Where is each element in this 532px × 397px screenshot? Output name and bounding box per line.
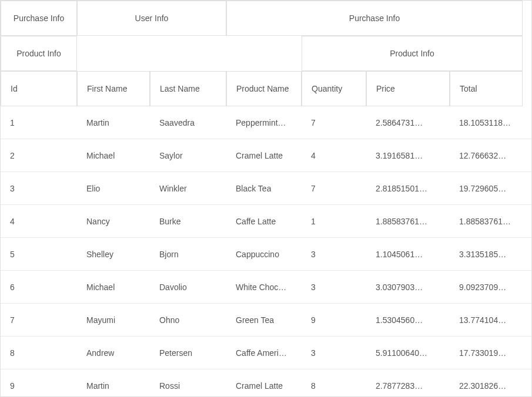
cell-value: Cappuccino (236, 250, 279, 259)
cell-value: Cramel Latte (236, 381, 283, 391)
cell-quantity: 7 (302, 172, 366, 204)
cell-value: 1.88583761… (459, 217, 511, 226)
cell-total: 17.733019… (450, 337, 523, 369)
cell-value: Cramel Latte (236, 151, 283, 160)
grid-viewport[interactable]: Purchase Info User Info Purchase Info Pr… (0, 0, 532, 397)
header-label: Product Info (390, 49, 434, 58)
cell-value: Saylor (159, 151, 183, 160)
cell-first-name: Mayumi (77, 304, 150, 336)
cell-value: Andrew (86, 348, 114, 358)
cell-quantity: 9 (302, 304, 366, 336)
header-group-user-info[interactable]: User Info (77, 1, 226, 36)
cell-price: 5.91100640… (366, 337, 450, 369)
column-header-last-name[interactable]: Last Name (150, 71, 226, 106)
cell-value: 1 (311, 217, 316, 226)
cell-total: 9.0923709… (450, 271, 523, 303)
header-group-row-1: Purchase Info User Info Purchase Info (1, 1, 531, 36)
table-row[interactable]: 5ShelleyBjornCappuccino31.1045061…3.3135… (1, 238, 531, 271)
column-header-price[interactable]: Price (366, 71, 450, 106)
cell-value: 7 (10, 315, 15, 325)
cell-value: 7 (311, 118, 316, 127)
header-spacer (77, 36, 226, 71)
cell-value: 1.5304560… (376, 315, 423, 325)
cell-total: 1.88583761… (450, 205, 523, 237)
cell-value: 2.7877283… (376, 381, 423, 391)
cell-value: 9.0923709… (459, 282, 506, 292)
cell-total: 22.301826… (450, 369, 523, 397)
cell-value: Mayumi (86, 315, 115, 325)
cell-value: 17.733019… (459, 348, 506, 358)
cell-price: 1.1045061… (366, 238, 450, 270)
cell-quantity: 8 (302, 369, 366, 397)
cell-value: Green Tea (236, 315, 274, 325)
cell-value: Ohno (159, 315, 179, 325)
cell-value: 2 (10, 151, 15, 160)
cell-first-name: Elio (77, 172, 150, 204)
cell-id: 9 (1, 369, 77, 397)
cell-value: Petersen (159, 348, 192, 358)
header-label: Total (460, 84, 477, 93)
cell-quantity: 4 (302, 139, 366, 171)
table-row[interactable]: 2MichaelSaylorCramel Latte43.1916581…12.… (1, 139, 531, 172)
cell-price: 1.88583761… (366, 205, 450, 237)
table-row[interactable]: 6MichaelDavolioWhite Choc…33.0307903…9.0… (1, 271, 531, 304)
cell-value: 1.1045061… (376, 250, 423, 259)
column-header-total[interactable]: Total (450, 71, 523, 106)
header-label: Last Name (160, 84, 200, 93)
cell-value: 22.301826… (459, 381, 506, 391)
cell-last-name: Burke (150, 205, 226, 237)
table-row[interactable]: 8AndrewPetersenCaffe Ameri…35.91100640…1… (1, 337, 531, 369)
cell-value: Martin (86, 118, 109, 127)
cell-value: White Choc… (236, 282, 286, 292)
cell-price: 2.5864731… (366, 106, 450, 139)
header-group-product-info-1[interactable]: Product Info (1, 36, 77, 71)
header-group-row-2: Product Info Product Info (1, 36, 531, 71)
header-label: Price (376, 84, 395, 93)
cell-value: 3.0307903… (376, 282, 423, 292)
table-row[interactable]: 4NancyBurkeCaffe Latte11.88583761…1.8858… (1, 205, 531, 238)
cell-value: 3 (311, 348, 316, 358)
cell-value: Black Tea (236, 184, 271, 193)
header-label: First Name (87, 84, 127, 93)
cell-value: Caffe Ameri… (236, 348, 287, 358)
rows-container: 1MartinSaavedraPeppermint…72.5864731…18.… (1, 106, 531, 397)
cell-value: 5 (10, 250, 15, 259)
cell-value: 12.766632… (459, 151, 506, 160)
cell-last-name: Saylor (150, 139, 226, 171)
cell-value: 3 (311, 282, 316, 292)
cell-value: 4 (311, 151, 316, 160)
table-row[interactable]: 1MartinSaavedraPeppermint…72.5864731…18.… (1, 106, 531, 139)
header-spacer (226, 36, 302, 71)
header-label: Purchase Info (349, 14, 400, 23)
cell-value: Saavedra (159, 118, 195, 127)
header-group-product-info-2[interactable]: Product Info (302, 36, 523, 71)
cell-product-name: Cappuccino (226, 238, 302, 270)
cell-first-name: Andrew (77, 337, 150, 369)
column-header-first-name[interactable]: First Name (77, 71, 150, 106)
cell-price: 1.5304560… (366, 304, 450, 336)
header-group-purchase-info-1[interactable]: Purchase Info (1, 1, 77, 36)
data-grid: Purchase Info User Info Purchase Info Pr… (1, 1, 531, 397)
cell-value: Shelley (86, 250, 113, 259)
cell-first-name: Nancy (77, 205, 150, 237)
cell-price: 3.1916581… (366, 139, 450, 171)
cell-last-name: Ohno (150, 304, 226, 336)
column-header-id[interactable]: Id (1, 71, 77, 106)
column-header-quantity[interactable]: Quantity (302, 71, 366, 106)
cell-first-name: Martin (77, 106, 150, 139)
header-columns-row: Id First Name Last Name Product Name Qua… (1, 71, 531, 106)
cell-price: 2.7877283… (366, 369, 450, 397)
header-label: Id (11, 84, 18, 93)
cell-quantity: 3 (302, 271, 366, 303)
cell-product-name: Black Tea (226, 172, 302, 204)
column-header-product-name[interactable]: Product Name (226, 71, 302, 106)
cell-value: 8 (311, 381, 316, 391)
cell-product-name: Green Tea (226, 304, 302, 336)
table-row[interactable]: 9MartinRossiCramel Latte82.7877283…22.30… (1, 369, 531, 397)
table-row[interactable]: 3ElioWinklerBlack Tea72.81851501…19.7296… (1, 172, 531, 205)
table-row[interactable]: 7MayumiOhnoGreen Tea91.5304560…13.774104… (1, 304, 531, 337)
cell-id: 3 (1, 172, 77, 204)
cell-last-name: Winkler (150, 172, 226, 204)
header-group-purchase-info-2[interactable]: Purchase Info (226, 1, 523, 36)
cell-value: 3 (311, 250, 316, 259)
